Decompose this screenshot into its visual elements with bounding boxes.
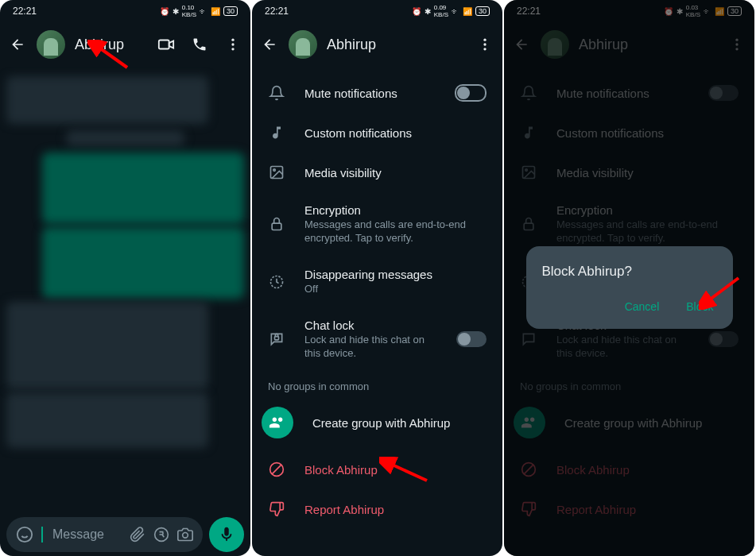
status-bar: 22:21 ⏰ ✱ 0.09KB/S ᯤ 📶 30 bbox=[252, 0, 502, 22]
attach-icon[interactable] bbox=[130, 527, 145, 542]
dialog-overlay[interactable]: Block Abhirup? Cancel Block bbox=[504, 0, 754, 556]
message-input[interactable]: Message bbox=[6, 517, 203, 552]
block-row[interactable]: Block Abhirup bbox=[252, 450, 502, 489]
bluetooth-icon: ✱ bbox=[173, 7, 179, 16]
lock-icon bbox=[268, 215, 285, 233]
video-call-button[interactable] bbox=[157, 35, 176, 54]
camera-icon[interactable] bbox=[177, 527, 193, 542]
setting-label: Media visibility bbox=[304, 166, 487, 180]
svg-point-12 bbox=[273, 169, 276, 172]
voice-call-button[interactable] bbox=[190, 35, 209, 54]
block-label: Block Abhirup bbox=[304, 463, 378, 477]
setting-label: EncryptionMessages and calls are end-to-… bbox=[304, 203, 487, 245]
wifi-icon: ᯤ bbox=[452, 7, 459, 16]
avatar[interactable] bbox=[37, 30, 65, 59]
contact-name: Abhirup bbox=[327, 37, 466, 53]
report-row[interactable]: Report Abhirup bbox=[252, 489, 502, 529]
contact-name[interactable]: Abhirup bbox=[75, 37, 147, 53]
svg-point-4 bbox=[17, 527, 32, 542]
block-button[interactable]: Block bbox=[683, 295, 716, 318]
no-groups-label: No groups in common bbox=[252, 371, 502, 396]
setting-label: Mute notifications bbox=[304, 87, 436, 100]
svg-line-17 bbox=[272, 465, 281, 475]
disappearing-messages-row[interactable]: Disappearing messagesOff bbox=[252, 257, 502, 307]
setting-label: Disappearing messagesOff bbox=[304, 268, 487, 296]
text-cursor bbox=[41, 527, 43, 542]
chat-lock-icon bbox=[268, 330, 285, 348]
svg-point-6 bbox=[183, 533, 188, 539]
message-in[interactable] bbox=[66, 130, 185, 146]
svg-rect-0 bbox=[159, 41, 169, 49]
chatlock-toggle[interactable] bbox=[456, 331, 487, 347]
svg-point-3 bbox=[231, 48, 234, 50]
music-note-icon bbox=[268, 124, 285, 141]
more-button[interactable] bbox=[475, 35, 494, 54]
chat-screen: 22:21 ⏰ ✱ 0.10KB/S ᯤ 📶 30 Abhirup bbox=[0, 0, 250, 556]
signal-icon: 📶 bbox=[211, 7, 220, 16]
status-time: 22:21 bbox=[13, 6, 37, 17]
svg-point-8 bbox=[483, 39, 486, 41]
avatar[interactable] bbox=[289, 30, 317, 59]
alarm-icon: ⏰ bbox=[160, 7, 169, 16]
chat-lock-row[interactable]: Chat lockLock and hide this chat on this… bbox=[252, 307, 502, 372]
mic-button[interactable] bbox=[209, 517, 244, 552]
svg-point-1 bbox=[231, 39, 234, 41]
message-out[interactable] bbox=[42, 227, 244, 299]
status-icons: ⏰ ✱ 0.10KB/S ᯤ 📶 30 bbox=[160, 4, 238, 18]
bluetooth-icon: ✱ bbox=[425, 7, 431, 16]
battery-icon: 30 bbox=[475, 6, 490, 16]
block-icon bbox=[268, 461, 285, 478]
status-time: 22:21 bbox=[265, 6, 289, 17]
timer-icon bbox=[268, 273, 285, 291]
info-header: Abhirup bbox=[252, 22, 502, 67]
svg-rect-13 bbox=[272, 224, 281, 230]
contact-info-screen: 22:21 ⏰ ✱ 0.09KB/S ᯤ 📶 30 Abhirup Mute n… bbox=[252, 0, 502, 556]
payment-icon[interactable] bbox=[153, 527, 169, 542]
svg-point-9 bbox=[483, 43, 486, 45]
dialog-title: Block Abhirup? bbox=[542, 264, 717, 280]
alarm-icon: ⏰ bbox=[412, 7, 421, 16]
svg-point-10 bbox=[483, 48, 486, 50]
block-dialog: Block Abhirup? Cancel Block bbox=[526, 246, 733, 329]
mute-toggle[interactable] bbox=[455, 84, 487, 102]
header-actions bbox=[157, 35, 242, 54]
message-in[interactable] bbox=[6, 392, 208, 448]
custom-notifications-row[interactable]: Custom notifications bbox=[252, 113, 502, 153]
encryption-row[interactable]: EncryptionMessages and calls are end-to-… bbox=[252, 192, 502, 257]
dialog-actions: Cancel Block bbox=[542, 295, 717, 318]
input-placeholder: Message bbox=[52, 527, 122, 542]
cancel-button[interactable]: Cancel bbox=[622, 295, 663, 318]
more-button[interactable] bbox=[223, 35, 242, 54]
mute-notifications-row[interactable]: Mute notifications bbox=[252, 73, 502, 113]
wifi-icon: ᯤ bbox=[200, 7, 207, 16]
setting-label: Create group with Abhirup bbox=[312, 416, 450, 430]
settings-body[interactable]: Mute notifications Custom notifications … bbox=[252, 67, 502, 556]
back-button[interactable] bbox=[260, 35, 279, 54]
block-dialog-screen: 22:21 ⏰ ✱ 0.03KB/S ᯤ 📶 30 Abhirup Mute n… bbox=[504, 0, 754, 556]
media-visibility-row[interactable]: Media visibility bbox=[252, 153, 502, 192]
create-group-row[interactable]: Create group with Abhirup bbox=[252, 396, 502, 450]
emoji-icon[interactable] bbox=[16, 526, 33, 543]
message-in[interactable] bbox=[6, 302, 208, 389]
svg-point-2 bbox=[231, 43, 234, 45]
status-icons: ⏰ ✱ 0.09KB/S ᯤ 📶 30 bbox=[412, 4, 490, 18]
signal-icon: 📶 bbox=[463, 7, 472, 16]
svg-rect-15 bbox=[275, 337, 279, 340]
create-group-icon bbox=[262, 407, 293, 438]
report-label: Report Abhirup bbox=[304, 503, 384, 516]
image-icon bbox=[268, 164, 285, 181]
setting-label: Chat lockLock and hide this chat on this… bbox=[304, 319, 437, 361]
status-bar: 22:21 ⏰ ✱ 0.10KB/S ᯤ 📶 30 bbox=[0, 0, 250, 22]
chat-header: Abhirup bbox=[0, 22, 250, 67]
battery-icon: 30 bbox=[223, 6, 238, 16]
message-out[interactable] bbox=[42, 153, 244, 224]
chat-body[interactable] bbox=[0, 67, 250, 513]
back-button[interactable] bbox=[8, 35, 27, 54]
bell-icon bbox=[268, 84, 285, 102]
message-in[interactable] bbox=[6, 76, 208, 124]
thumbs-down-icon bbox=[268, 500, 285, 518]
setting-label: Custom notifications bbox=[304, 126, 487, 140]
input-bar: Message bbox=[0, 513, 250, 556]
